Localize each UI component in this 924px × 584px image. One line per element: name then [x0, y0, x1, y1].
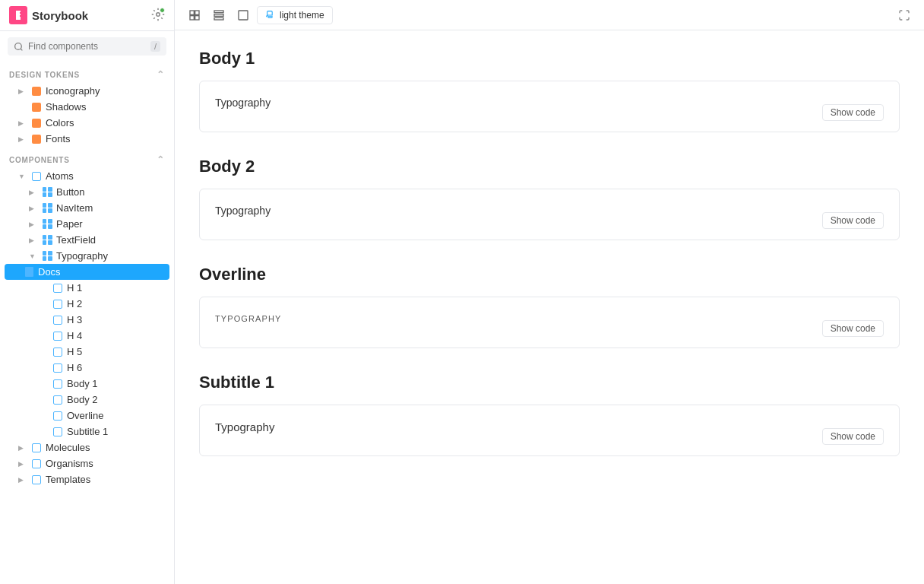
- svg-point-1: [157, 12, 160, 16]
- typography-icon: [42, 251, 52, 262]
- sidebar-item-h5[interactable]: H 5: [0, 344, 174, 360]
- expand-arrow-icon: ▼: [29, 252, 38, 260]
- sidebar-item-h3[interactable]: H 3: [0, 312, 174, 328]
- svg-rect-9: [214, 17, 223, 20]
- toolbar: light theme: [175, 0, 924, 30]
- settings-icon[interactable]: [151, 8, 165, 24]
- section-body2: Body 2 Typography Show code: [199, 157, 900, 240]
- textfield-icon: [42, 235, 52, 246]
- expand-arrow-icon: ▼: [18, 173, 27, 180]
- svg-rect-6: [195, 15, 199, 19]
- preview-text-subtitle1: Typography: [215, 421, 274, 433]
- h2-icon: [52, 299, 63, 309]
- app-logo: Storybook: [9, 6, 88, 24]
- view-mode-1-button[interactable]: [184, 5, 205, 26]
- overline-icon: [52, 411, 63, 421]
- expand-arrow-icon: ▶: [18, 119, 27, 127]
- iconography-icon: [31, 86, 42, 97]
- sidebar-item-overline[interactable]: Overline: [0, 408, 174, 424]
- svg-rect-10: [239, 11, 248, 20]
- docs-icon: [24, 267, 34, 278]
- h1-icon: [52, 283, 63, 294]
- sidebar: Storybook / DESIGN TOKENS ⌃ ▶ Iconograph…: [0, 0, 175, 584]
- sidebar-item-typography[interactable]: ▼ Typography: [0, 248, 174, 264]
- section-subtitle1: Subtitle 1 Typography Show code: [199, 373, 900, 456]
- show-code-button-overline[interactable]: Show code: [822, 320, 884, 337]
- components-header: COMPONENTS ⌃: [0, 147, 174, 168]
- search-input[interactable]: [28, 41, 146, 52]
- body1-icon: [52, 379, 63, 389]
- h5-icon: [52, 347, 63, 357]
- view-mode-2-button[interactable]: [208, 5, 229, 26]
- show-code-button-body1[interactable]: Show code: [822, 104, 884, 121]
- sidebar-item-body2[interactable]: Body 2: [0, 392, 174, 408]
- sidebar-item-iconography[interactable]: ▶ Iconography: [0, 83, 174, 99]
- sidebar-item-button[interactable]: ▶ Button: [0, 184, 174, 200]
- sidebar-item-textfield[interactable]: ▶ TextField: [0, 232, 174, 248]
- design-tokens-header: DESIGN TOKENS ⌃: [0, 62, 174, 83]
- design-tokens-collapse-icon[interactable]: ⌃: [157, 69, 165, 80]
- sidebar-item-h1[interactable]: H 1: [0, 280, 174, 296]
- view-mode-3-button[interactable]: [233, 5, 254, 26]
- components-collapse-icon[interactable]: ⌃: [157, 154, 165, 165]
- preview-box-body1: Typography Show code: [199, 81, 900, 132]
- sidebar-item-h6[interactable]: H 6: [0, 360, 174, 376]
- preview-box-overline: TYPOGRAPHY Show code: [199, 297, 900, 348]
- sidebar-item-shadows[interactable]: Shadows: [0, 99, 174, 115]
- preview-box-subtitle1: Typography Show code: [199, 405, 900, 456]
- sidebar-item-fonts[interactable]: ▶ Fonts: [0, 131, 174, 147]
- expand-arrow-icon: ▶: [18, 476, 27, 484]
- main-panel: light theme Body 1 Typography Show code …: [175, 0, 924, 584]
- fullscreen-button[interactable]: [894, 5, 915, 26]
- preview-text-body2: Typography: [215, 205, 271, 217]
- molecules-icon: [31, 443, 42, 453]
- expand-arrow-icon: ▶: [18, 444, 27, 452]
- svg-rect-3: [190, 11, 194, 14]
- templates-icon: [31, 474, 42, 485]
- preview-box-body2: Typography Show code: [199, 189, 900, 240]
- sidebar-item-templates[interactable]: ▶ Templates: [0, 471, 174, 487]
- show-code-button-subtitle1[interactable]: Show code: [822, 428, 884, 445]
- theme-label: light theme: [280, 10, 324, 21]
- svg-rect-7: [214, 11, 223, 13]
- organisms-icon: [31, 459, 42, 469]
- preview-text-body1: Typography: [215, 97, 271, 109]
- fonts-icon: [31, 134, 42, 144]
- section-overline: Overline TYPOGRAPHY Show code: [199, 265, 900, 348]
- search-bar: /: [8, 37, 166, 56]
- sidebar-item-atoms[interactable]: ▼ Atoms: [0, 168, 174, 184]
- h3-icon: [52, 315, 63, 325]
- section-body1: Body 1 Typography Show code: [199, 49, 900, 132]
- expand-arrow-icon: ▶: [29, 221, 38, 228]
- sidebar-item-body1[interactable]: Body 1: [0, 376, 174, 392]
- theme-selector[interactable]: light theme: [257, 6, 333, 24]
- sidebar-item-subtitle1[interactable]: Subtitle 1: [0, 424, 174, 440]
- sidebar-item-h4[interactable]: H 4: [0, 328, 174, 344]
- button-icon: [42, 187, 52, 198]
- svg-point-2: [15, 43, 22, 49]
- sidebar-item-colors[interactable]: ▶ Colors: [0, 115, 174, 131]
- show-code-button-body2[interactable]: Show code: [822, 212, 884, 229]
- section-title-overline: Overline: [199, 265, 900, 284]
- search-icon: [14, 42, 24, 52]
- section-title-body1: Body 1: [199, 49, 900, 68]
- sidebar-item-molecules[interactable]: ▶ Molecules: [0, 440, 174, 455]
- svg-rect-8: [214, 14, 223, 16]
- sidebar-item-paper[interactable]: ▶ Paper: [0, 216, 174, 232]
- section-title-body2: Body 2: [199, 157, 900, 176]
- body2-icon: [52, 395, 63, 405]
- sidebar-item-docs[interactable]: Docs: [5, 264, 169, 280]
- sidebar-item-navitem[interactable]: ▶ NavItem: [0, 200, 174, 216]
- atoms-icon: [31, 171, 42, 182]
- preview-text-overline: TYPOGRAPHY: [215, 314, 281, 323]
- h6-icon: [52, 363, 63, 373]
- paintbrush-icon: [265, 10, 275, 20]
- colors-icon: [31, 118, 42, 129]
- app-title: Storybook: [32, 9, 88, 22]
- sidebar-item-h2[interactable]: H 2: [0, 296, 174, 312]
- sidebar-item-organisms[interactable]: ▶ Organisms: [0, 455, 174, 471]
- svg-rect-5: [190, 15, 194, 19]
- h4-icon: [52, 331, 63, 341]
- expand-arrow-icon: ▶: [18, 460, 27, 468]
- expand-arrow-icon: ▶: [29, 205, 38, 212]
